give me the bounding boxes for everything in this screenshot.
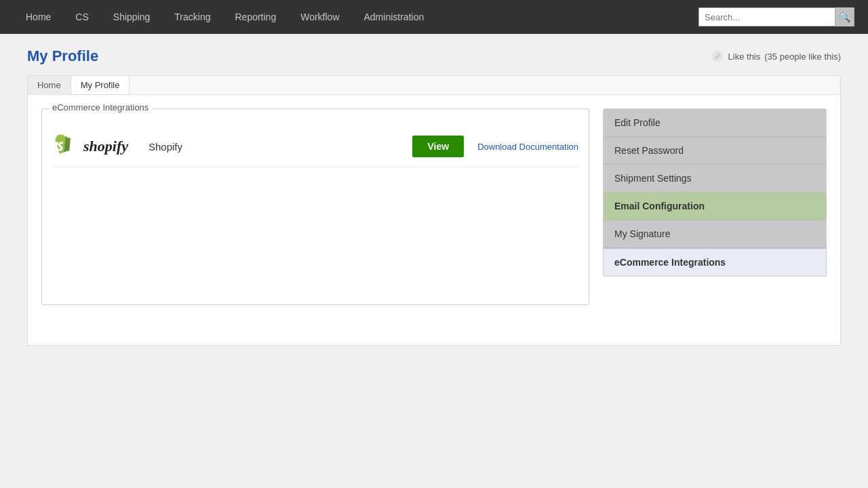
like-icon[interactable] [711, 49, 724, 63]
ecommerce-box-title: eCommerce Integrations [49, 102, 152, 113]
sidebar-item-reset-password[interactable]: Reset Password [604, 137, 826, 165]
nav-item-cs[interactable]: CS [63, 0, 100, 34]
nav-item-administration[interactable]: Administration [352, 0, 437, 34]
top-navigation: HomeCSShippingTrackingReportingWorkflowA… [0, 0, 868, 34]
search-box: 🔍 [698, 7, 854, 26]
nav-item-tracking[interactable]: Tracking [162, 0, 222, 34]
sidebar-item-edit-profile[interactable]: Edit Profile [604, 109, 826, 137]
search-input[interactable] [699, 8, 835, 26]
nav-menu: HomeCSShippingTrackingReportingWorkflowA… [14, 0, 698, 34]
sidebar-item-shipment-settings[interactable]: Shipment Settings [604, 165, 826, 192]
sidebar-item-my-signature[interactable]: My Signature [604, 220, 826, 248]
shopify-label: Shopify [149, 141, 399, 152]
shopify-logo: shopify [52, 133, 128, 160]
sidebar-item-ecommerce-integrations[interactable]: eCommerce Integrations [604, 248, 826, 276]
page-header: My Profile Like this (35 people like thi… [27, 47, 841, 65]
shopify-icon [52, 133, 79, 160]
sidebar-menu: Edit ProfileReset PasswordShipment Setti… [603, 108, 827, 277]
nav-item-home[interactable]: Home [14, 0, 63, 34]
shopify-download-link[interactable]: Download Documentation [477, 142, 578, 152]
main-content: eCommerce Integrations shopify Shopify V… [27, 95, 841, 346]
breadcrumb-item-home[interactable]: Home [28, 76, 71, 94]
nav-item-workflow[interactable]: Workflow [288, 0, 351, 34]
page-container: My Profile Like this (35 people like thi… [14, 34, 854, 359]
nav-item-reporting[interactable]: Reporting [222, 0, 288, 34]
shopify-row: shopify Shopify View Download Documentat… [52, 126, 578, 167]
like-count: (35 people like this) [764, 52, 841, 62]
search-button[interactable]: 🔍 [835, 7, 854, 26]
breadcrumb: HomeMy Profile [27, 75, 841, 95]
page-title: My Profile [27, 47, 98, 65]
shopify-view-button[interactable]: View [412, 136, 464, 157]
like-section: Like this (35 people like this) [711, 49, 841, 63]
breadcrumb-item-my-profile[interactable]: My Profile [71, 76, 130, 94]
ecommerce-box: eCommerce Integrations shopify Shopify V… [41, 108, 589, 305]
left-panel: eCommerce Integrations shopify Shopify V… [41, 108, 589, 331]
right-sidebar: Edit ProfileReset PasswordShipment Setti… [603, 108, 827, 331]
like-text[interactable]: Like this [728, 52, 761, 62]
sidebar-item-email-configuration[interactable]: Email Configuration [604, 192, 826, 220]
nav-item-shipping[interactable]: Shipping [101, 0, 163, 34]
shopify-brand-name: shopify [83, 138, 128, 155]
